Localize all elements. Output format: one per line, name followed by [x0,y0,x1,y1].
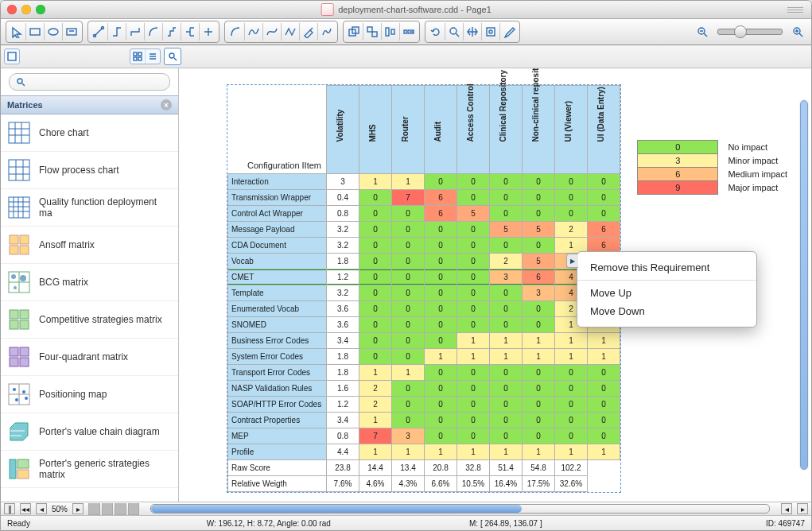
matrix-cell[interactable]: 3 [523,285,555,301]
matrix-cell[interactable]: 0 [588,206,620,222]
matrix-column-header[interactable]: Non-clinical repository [523,86,555,174]
matrix-cell[interactable]: 0 [457,238,490,254]
matrix-cell[interactable]: 1 [588,333,620,349]
matrix-cell[interactable]: 1 [490,444,523,460]
connector-ortho-tool[interactable] [108,23,126,41]
matrix-cell[interactable]: 1 [457,349,490,365]
connector-direct-tool[interactable] [90,23,108,41]
matrix-cell[interactable]: 1 [490,333,523,349]
matrix-volatility-cell[interactable]: 3.2 [327,285,359,301]
distribute-tool[interactable] [400,23,418,41]
matrix-cell[interactable]: 0 [555,428,588,444]
matrix-cell[interactable]: 0 [392,269,425,285]
matrix-cell[interactable]: 0 [425,428,457,444]
matrix-cell[interactable]: 0 [457,301,490,317]
matrix-cell[interactable]: 0 [425,317,457,333]
matrix-column-header[interactable]: Audit [425,86,457,174]
page-first-button[interactable]: ◂◂ [20,503,31,514]
matrix-cell[interactable]: 0 [523,317,555,333]
matrix-cell[interactable]: 0 [555,174,588,190]
matrix-cell[interactable]: 0 [359,285,392,301]
matrix-cell[interactable]: 2 [490,254,523,269]
matrix-cell[interactable]: 0 [523,381,555,397]
matrix-cell[interactable]: 0 [490,285,523,301]
matrix-cell[interactable]: 6 [523,269,555,285]
matrix-row[interactable]: Transport Error Codes1.811000000 [228,365,620,381]
matrix-cell[interactable]: 0 [392,397,425,413]
matrix-cell[interactable]: 2 [555,222,588,238]
zoom-tool[interactable] [445,23,464,41]
matrix-cell[interactable]: 2 [359,397,392,413]
matrix-column-header[interactable]: Access Control [457,86,490,174]
matrix-cell[interactable]: 0 [392,333,425,349]
matrix-row-header[interactable]: CMET [228,269,327,285]
matrix-volatility-cell[interactable]: 1.6 [327,381,359,397]
matrix-row-header[interactable]: Message Payload [228,222,327,238]
horizontal-scrollbar[interactable] [150,504,770,514]
matrix-cell[interactable]: 0 [392,285,425,301]
matrix-cell[interactable]: 0 [523,238,555,254]
matrix-row-header[interactable]: Interaction [228,174,327,190]
matrix-cell[interactable]: 1 [523,333,555,349]
matrix-cell[interactable]: 0 [523,397,555,413]
library-search-field[interactable] [28,76,163,89]
matrix-cell[interactable]: 0 [425,174,457,190]
matrix-cell[interactable]: 1 [457,333,490,349]
arc-tool[interactable] [227,23,245,41]
matrix-cell[interactable]: 7 [359,428,392,444]
canvas[interactable]: Configuration IItemVolatilityMHSRouterAu… [179,68,811,502]
matrix-cell[interactable]: 0 [392,349,425,365]
matrix-row[interactable]: SOAP/HTTP Error Codes1.220000000 [228,397,620,413]
matrix-cell[interactable]: 0 [490,397,523,413]
matrix-cell[interactable]: 1 [425,444,457,460]
matrix-cell[interactable]: 0 [457,428,490,444]
matrix-cell[interactable]: 0 [523,365,555,381]
pan-tool[interactable] [464,23,482,41]
matrix-cell[interactable]: 0 [457,413,490,428]
matrix-cell[interactable]: 0 [457,174,490,190]
matrix-cell[interactable]: 6 [425,206,457,222]
library-item[interactable]: Quality function deployment ma [1,189,178,227]
menu-remove-requirement[interactable]: Remove this Requirement [577,258,756,277]
matrix-cell[interactable]: 0 [425,238,457,254]
matrix-cell[interactable]: 0 [588,381,620,397]
matrix-cell[interactable]: 0 [457,317,490,333]
matrix-cell[interactable]: 0 [425,254,457,269]
matrix-cell[interactable]: 1 [457,444,490,460]
matrix-row[interactable]: Enumerated Vocab3.600000022 [228,301,620,317]
library-search-input[interactable] [9,73,170,91]
matrix-volatility-cell[interactable]: 3.6 [327,301,359,317]
ellipse-tool[interactable] [45,23,63,41]
matrix-row-header[interactable]: System Error Codes [228,349,327,365]
matrix-cell[interactable]: 0 [490,174,523,190]
matrix-row-header[interactable]: SNOMED [228,317,327,333]
page-prev-button[interactable]: ◂ [36,503,47,514]
matrix-cell[interactable]: 1 [490,349,523,365]
matrix-cell[interactable]: 0 [392,381,425,397]
matrix-cell[interactable]: 1 [359,413,392,428]
matrix-cell[interactable]: 1 [555,333,588,349]
maximize-window-button[interactable] [36,5,45,14]
matrix-cell[interactable]: 1 [523,349,555,365]
matrix-cell[interactable]: 0 [490,238,523,254]
connector-round-tool[interactable] [145,23,163,41]
matrix-row[interactable]: Contract Properties3.410000000 [228,413,620,428]
page-tab-2[interactable] [102,503,114,515]
matrix-row-header[interactable]: MEP [228,428,327,444]
matrix-row[interactable]: Template3.200000347 [228,285,620,301]
library-search-button[interactable] [164,48,181,65]
matrix-row[interactable]: System Error Codes1.800111111 [228,349,620,365]
matrix-row-header[interactable]: Transport Error Codes [228,365,327,381]
matrix-cell[interactable]: 0 [359,317,392,333]
matrix-volatility-cell[interactable]: 1.2 [327,397,359,413]
matrix-cell[interactable]: 5 [523,222,555,238]
matrix-cell[interactable]: 1 [359,444,392,460]
refresh-tool[interactable] [427,23,445,41]
matrix-cell[interactable]: 0 [588,428,620,444]
matrix-cell[interactable]: 2 [359,381,392,397]
library-item[interactable]: Flow process chart [1,152,178,189]
matrix-volatility-cell[interactable]: 4.4 [327,444,359,460]
matrix-cell[interactable]: 0 [425,301,457,317]
page-tab-1[interactable] [88,503,100,515]
matrix-cell[interactable]: 0 [392,238,425,254]
